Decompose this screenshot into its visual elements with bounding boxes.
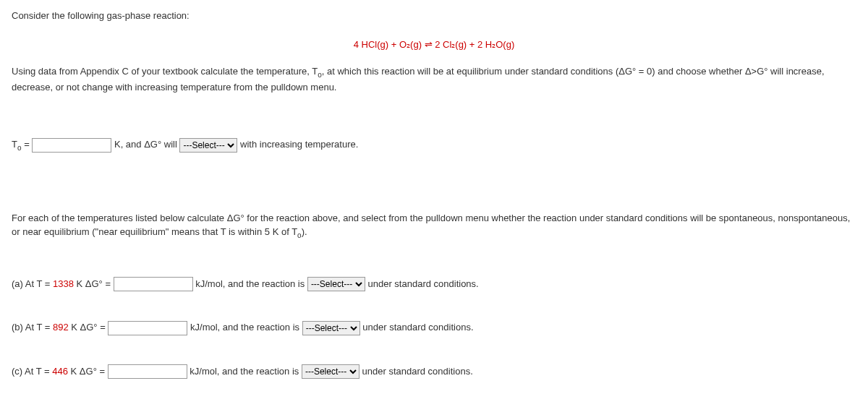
part-a-prefix: (a) At T = — [12, 278, 53, 289]
part-c-temp: 446 — [52, 366, 68, 377]
t-o-input[interactable] — [32, 138, 111, 153]
after-trend-select: with increasing temperature. — [240, 139, 358, 150]
part-a-input[interactable] — [114, 277, 193, 291]
t-o-symbol: T — [12, 139, 17, 150]
part-a-select[interactable]: ---Select--- — [307, 277, 365, 291]
part-b-mid: K ΔG° = — [69, 322, 109, 333]
trend-select[interactable]: ---Select--- — [179, 138, 237, 153]
instruction2-end: ). — [302, 226, 307, 237]
t-o-row: To = K, and ΔG° will ---Select--- with i… — [12, 137, 856, 153]
part-b-row: (b) At T = 892 K ΔG° = kJ/mol, and the r… — [12, 320, 856, 335]
instruction-equilibrium: Using data from Appendix C of your textb… — [12, 64, 856, 94]
intro-text: Consider the following gas-phase reactio… — [12, 9, 856, 23]
reaction-equation: 4 HCl(g) + O₂(g) ⇌ 2 Cl₂(g) + 2 H₂O(g) — [12, 38, 856, 52]
instruction2-text: For each of the temperatures listed belo… — [12, 213, 850, 238]
part-c-input[interactable] — [108, 364, 187, 379]
part-c-prefix: (c) At T = — [12, 366, 52, 377]
instruction-parts: For each of the temperatures listed belo… — [12, 211, 856, 241]
part-b-tail: under standard conditions. — [362, 322, 473, 333]
part-a-temp: 1338 — [53, 278, 74, 289]
part-c-row: (c) At T = 446 K ΔG° = kJ/mol, and the r… — [12, 364, 856, 380]
t-o-equals: = — [22, 139, 33, 150]
part-a-mid: K ΔG° = — [74, 278, 114, 289]
part-a-tail: under standard conditions. — [368, 278, 479, 289]
part-b-input[interactable] — [108, 321, 187, 335]
part-c-tail: under standard conditions. — [362, 366, 473, 377]
part-b-select[interactable]: ---Select--- — [302, 321, 360, 335]
part-b-prefix: (b) At T = — [12, 322, 53, 333]
part-c-after-input: kJ/mol, and the reaction is — [190, 366, 302, 377]
part-c-select[interactable]: ---Select--- — [302, 364, 359, 379]
after-t-o-input: K, and ΔG° will — [114, 139, 179, 150]
part-c-mid: K ΔG° = — [68, 366, 108, 377]
instruction-part-a: Using data from Appendix C of your textb… — [12, 66, 318, 77]
part-b-after-input: kJ/mol, and the reaction is — [190, 322, 302, 333]
part-a-row: (a) At T = 1338 K ΔG° = kJ/mol, and the … — [12, 277, 856, 292]
part-b-temp: 892 — [53, 322, 69, 333]
part-a-after-input: kJ/mol, and the reaction is — [195, 278, 307, 289]
